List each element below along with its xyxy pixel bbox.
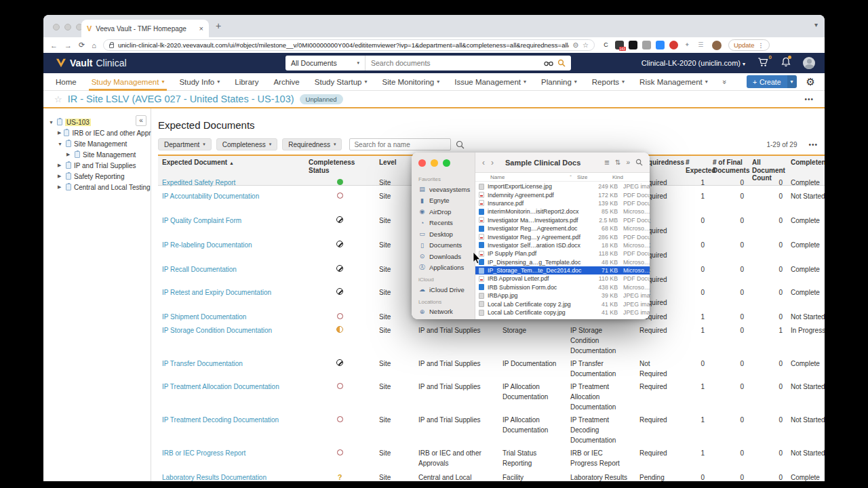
nav-item-archive[interactable]: Archive — [273, 73, 299, 91]
create-button[interactable]: +Create ▾ — [747, 75, 797, 88]
expected-document-link[interactable]: IP Retest and Expiry Documentation — [158, 285, 304, 309]
file-row[interactable]: IRB Approval Letter.pdf110 KBPDF Documen… — [475, 274, 650, 283]
new-tab-button[interactable]: + — [216, 20, 221, 31]
sidebar-item-veevasystems[interactable]: ▤veevasystems — [412, 184, 475, 195]
browser-extension-icon[interactable] — [669, 41, 678, 49]
browser-extension-icon[interactable]: 143 — [615, 41, 624, 49]
expected-document-link[interactable]: IP Re-labeling Documentation — [158, 237, 304, 262]
finder-window-controls[interactable] — [418, 159, 450, 167]
filter-department-button[interactable]: Department▾ — [158, 138, 212, 150]
caret-collapsed-icon[interactable]: ▶ — [58, 163, 63, 168]
create-caret[interactable]: ▾ — [787, 75, 797, 88]
search-scope-select[interactable]: All Documents ▾ — [285, 56, 366, 70]
caret-collapsed-icon[interactable]: ▶ — [58, 130, 61, 136]
sidebar-item-icloud-drive[interactable]: ☁iCloud Drive — [412, 284, 475, 296]
forward-icon[interactable]: → — [64, 41, 72, 49]
file-row[interactable]: ImportExportLicense.jpg249 KBJPEG image — [475, 182, 650, 190]
file-row[interactable]: IRB Submission Form.doc438 KBMicroso…t (… — [475, 283, 650, 291]
browser-extension-icon[interactable] — [642, 41, 651, 49]
search-icon[interactable] — [557, 59, 566, 67]
nav-item-study-management[interactable]: Study Management▾ — [92, 73, 165, 91]
browser-extension-icon[interactable]: ☰ — [696, 41, 705, 49]
page-menu-icon[interactable]: ••• — [804, 96, 814, 103]
back-icon[interactable]: ← — [50, 41, 58, 49]
tree-item-site-management[interactable]: ▶Site Management — [43, 149, 151, 160]
browser-tab[interactable]: V Veeva Vault - TMF Homepage × — [81, 20, 209, 37]
org-selector[interactable]: Clinical-LK-2020 (uniclin.com)▾ — [642, 59, 745, 67]
cart-button[interactable]: 0 — [757, 57, 769, 70]
vault-brand[interactable]: Vault Clinical — [56, 58, 127, 68]
sidebar-item-network[interactable]: ⊕Network — [412, 306, 475, 318]
favorite-star-icon[interactable]: ☆ — [54, 94, 62, 104]
tree-item-ip-and-trial-supplies[interactable]: ▶IP and Trial Supplies — [43, 160, 151, 171]
nav-item-study-info[interactable]: Study Info▾ — [179, 73, 220, 91]
nav-item-site-monitoring[interactable]: Site Monitoring▾ — [382, 73, 439, 91]
browser-extension-icon[interactable]: ✦ — [683, 41, 692, 49]
sidebar-item-recents[interactable]: ◔Recents — [412, 218, 475, 229]
column-name[interactable]: Nameˆ — [490, 174, 577, 180]
nav-item-home[interactable]: Home — [56, 73, 77, 91]
sidebar-item-downloads[interactable]: ⊙Downloads — [412, 251, 475, 262]
tree-item-central-and-local-testing[interactable]: ▶Central and Local Testing — [43, 182, 151, 192]
filter-requiredness-button[interactable]: Requiredness▾ — [282, 138, 342, 150]
browser-extension-icon[interactable] — [656, 41, 665, 49]
zoom-page-icon[interactable]: ⊝ — [573, 41, 578, 49]
expected-document-link[interactable]: Expedited Safety Report — [158, 175, 304, 188]
expected-document-link[interactable]: IP Treatment Allocation Documentation — [158, 379, 304, 412]
column-size[interactable]: Size — [577, 174, 612, 180]
list-view-icon[interactable]: ≣ — [604, 159, 610, 166]
search-icon[interactable] — [456, 140, 465, 149]
browser-profile-avatar[interactable] — [712, 41, 722, 50]
sidebar-item-applications[interactable]: ⒶApplications — [412, 262, 475, 274]
close-window-button[interactable] — [53, 24, 60, 30]
reload-icon[interactable]: ⟳ — [79, 41, 85, 49]
tree-item-irb-or-iec-and-other-appr[interactable]: ▶IRB or IEC and other Appr — [43, 127, 151, 138]
file-row[interactable]: Local Lab Certificate copy.jpg41 KBJPEG … — [475, 308, 650, 317]
close-window-button[interactable] — [418, 159, 426, 167]
browser-menu-icon[interactable]: ⋮ — [758, 42, 764, 49]
expected-document-link[interactable]: IP Treatment Decoding Documentation — [158, 412, 304, 445]
sort-icon[interactable]: ⇅ — [615, 159, 620, 166]
file-row[interactable]: Investigator Ma…Investigators.pdf2.5 MBP… — [475, 216, 650, 224]
sidebar-item-airdrop[interactable]: ◉AirDrop — [412, 206, 475, 218]
file-row[interactable]: Indemnity Agreement.pdf172 KBPDF Documen… — [475, 190, 650, 199]
sidebar-item-desktop[interactable]: ▭Desktop — [412, 228, 475, 240]
caret-expanded-icon[interactable]: ▼ — [49, 120, 54, 125]
file-row[interactable]: IP Supply Plan.pdf118 KBPDF Document — [475, 249, 650, 258]
table-menu-icon[interactable]: ••• — [808, 141, 818, 148]
minimize-window-button[interactable] — [431, 159, 438, 167]
file-row[interactable]: Insurance.pdf139 KBPDF Document — [475, 199, 650, 207]
tree-item-site-management[interactable]: ▼Site Management — [43, 138, 151, 149]
nav-item-planning[interactable]: Planning▾ — [541, 73, 577, 91]
home-icon[interactable]: ⌂ — [92, 41, 96, 49]
expected-document-link[interactable]: IP Quality Complaint Form — [158, 213, 304, 237]
file-row[interactable]: IP_Storage_Tem…te_Dec2014.doc71 KBMicros… — [475, 266, 650, 274]
caret-expanded-icon[interactable]: ▼ — [58, 142, 63, 146]
zoom-window-button[interactable] — [443, 159, 450, 167]
browser-update-button[interactable]: Update ⋮ — [728, 39, 770, 51]
minimize-window-button[interactable] — [64, 24, 71, 30]
bookmark-star-icon[interactable]: ☆ — [583, 41, 589, 49]
user-avatar[interactable] — [803, 57, 815, 69]
browser-extension-icon[interactable]: C — [601, 41, 610, 49]
window-controls[interactable] — [53, 24, 83, 30]
nav-item-study-startup[interactable]: Study Startup▾ — [315, 73, 368, 91]
forward-icon[interactable]: › — [491, 158, 494, 167]
url-text[interactable]: uniclin-clinical-lk-2020.veevavault.com/… — [118, 41, 569, 49]
expected-document-link[interactable]: Laboratory Results Documentation — [158, 470, 304, 481]
caret-collapsed-icon[interactable]: ▶ — [58, 174, 63, 179]
caret-collapsed-icon[interactable]: ▶ — [66, 152, 72, 157]
nav-item-reports[interactable]: Reports▾ — [592, 73, 625, 91]
column-kind[interactable]: Kind — [612, 174, 650, 180]
gear-icon[interactable]: ⚙ — [806, 76, 815, 88]
browser-extension-icon[interactable] — [629, 41, 637, 49]
name-search-input[interactable] — [349, 138, 451, 150]
nav-overflow-icon[interactable]: » — [721, 79, 729, 83]
file-row[interactable]: Investigator Reg…Agreement.doc68 KBMicro… — [475, 224, 650, 232]
address-bar[interactable]: uniclin-clinical-lk-2020.veevavault.com/… — [103, 39, 595, 51]
file-row[interactable]: Investigator Self…aration ISD.docx18 KBM… — [475, 241, 650, 249]
nav-item-library[interactable]: Library — [235, 73, 258, 91]
expected-document-link[interactable]: IP Transfer Documentation — [158, 356, 304, 379]
sidebar-item-documents[interactable]: ▯Documents — [412, 240, 475, 251]
caret-collapsed-icon[interactable]: ▶ — [58, 184, 63, 190]
